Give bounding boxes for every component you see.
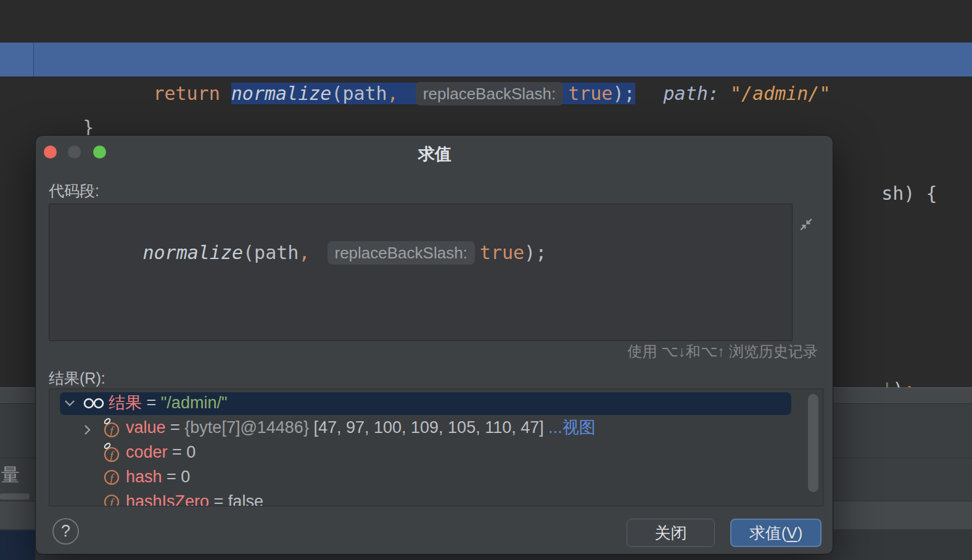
svg-text:f: f [110, 472, 115, 485]
svg-text:f: f [110, 424, 115, 437]
private-field-icon: f [102, 418, 122, 439]
expression-text: normalize(path, replaceBackSlash:true); [54, 210, 546, 295]
svg-text:f: f [110, 449, 115, 462]
result-label: 结果(R): [49, 368, 105, 389]
evaluate-result-glasses-icon [82, 397, 105, 410]
view-link[interactable]: ...视图 [548, 418, 596, 437]
result-row[interactable]: f coder = 0 [49, 440, 823, 464]
result-row[interactable]: f hashIsZero = false [49, 489, 823, 506]
code-fragment-label: 代码段: [49, 181, 99, 201]
selected-expression: normalize(path, replaceBackSlash:true); [231, 83, 635, 104]
private-field-icon: f [102, 442, 122, 463]
code-token: return [153, 83, 231, 104]
chevron-down-icon[interactable] [63, 398, 76, 407]
parameter-name-hint-chip: replaceBackSlash: [327, 241, 475, 265]
mnemonic-key: V [786, 524, 797, 543]
collapse-expand-icon[interactable] [797, 216, 815, 233]
dialog-title: 求值 [36, 143, 834, 165]
ide-screen: public static String normalize(String pa… [0, 0, 972, 560]
variables-tab-fragment[interactable]: 量 [1, 463, 20, 488]
svg-text:f: f [110, 496, 115, 506]
debugger-execution-line[interactable]: return normalize(path, replaceBackSlash:… [0, 43, 972, 76]
help-button[interactable]: ? [52, 518, 79, 545]
debugger-inline-hint: path: "/admin/" [664, 83, 831, 104]
field-icon: f [102, 493, 122, 506]
result-row[interactable]: f hash = 0 [49, 464, 823, 489]
result-tree: 结果 = "/admin/" f value = {byte[7]@14486}… [49, 389, 823, 506]
evaluate-expression-dialog: 求值 代码段: normalize(path, replaceBackSlash… [35, 135, 833, 554]
field-icon: f [102, 469, 122, 486]
result-row[interactable]: 结果 = "/admin/" [49, 390, 823, 415]
editor-line-2[interactable]: return normalize(path, replaceBackSlash:… [86, 43, 830, 76]
editor-gutter [0, 43, 34, 76]
tab-indicator-bar [0, 493, 30, 500]
expression-editor[interactable]: normalize(path, replaceBackSlash:true); [49, 204, 793, 341]
chevron-right-icon[interactable] [83, 423, 91, 437]
result-row[interactable]: f value = {byte[7]@14486} [47, 97, 100, … [49, 415, 823, 440]
console-strip [0, 530, 35, 560]
parameter-name-hint-chip: replaceBackSlash: [416, 82, 563, 105]
close-button[interactable]: 关闭 [627, 519, 715, 547]
editor-fragment-right-top: sh) { [837, 147, 937, 240]
evaluate-button[interactable]: 求值(V) [730, 519, 822, 547]
history-navigation-hint: 使用 ⌥↓和⌥↑ 浏览历史记录 [627, 342, 818, 361]
scrollbar-thumb[interactable] [808, 394, 818, 492]
